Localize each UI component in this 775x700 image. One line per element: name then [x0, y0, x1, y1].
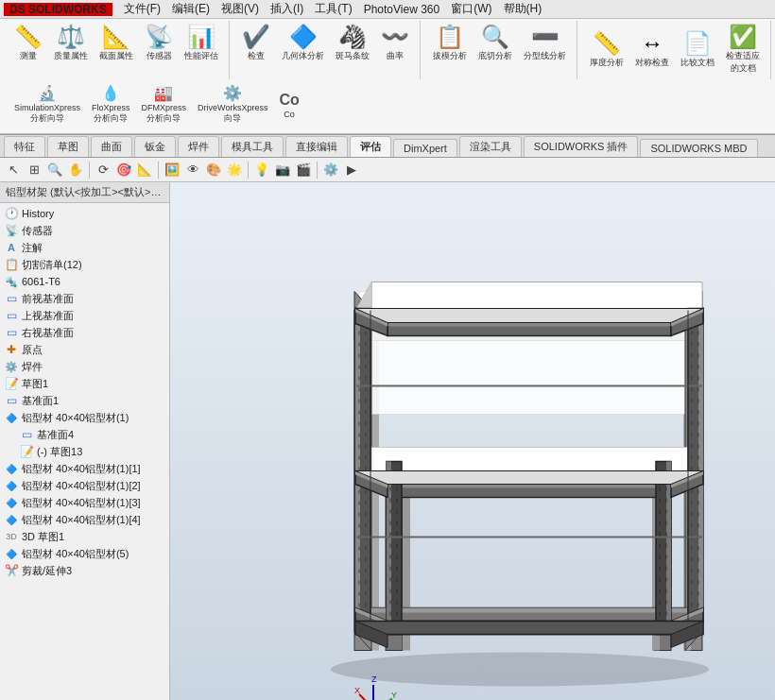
tool-settings[interactable]: ⚙️ — [321, 161, 340, 179]
tree-item-weldment[interactable]: ⚙️ 焊件 — [0, 358, 169, 375]
svg-rect-81 — [355, 622, 701, 635]
tree-item-sketch1[interactable]: 📝 草图1 — [0, 375, 169, 392]
tool-appearance[interactable]: 🎨 — [204, 161, 223, 179]
tree-item-sketch13[interactable]: 📝 (-) 草图13 — [0, 443, 169, 460]
tool-hide-show[interactable]: 👁 — [183, 161, 202, 179]
weldment-icon: ⚙️ — [4, 359, 19, 374]
tab-evaluate[interactable]: 评估 — [350, 136, 391, 157]
tab-mold-tools[interactable]: 模具工具 — [221, 136, 284, 157]
btn-co[interactable]: Co Co — [274, 90, 303, 122]
tree-item-3d-sketch1[interactable]: 3D 3D 草图1 — [0, 528, 169, 545]
ribbon-group-simulation: 🔬 SimulationXpress分析向导 💧 FloXpress分析向导 🏭… — [4, 81, 310, 129]
btn-symmetry[interactable]: ↔️ 对称检查 — [630, 29, 674, 72]
btn-mass-props[interactable]: ⚖️ 质量属性 — [49, 23, 93, 65]
tree-item-struct-member1-4[interactable]: 🔷 铝型材 40×40铝型材(1)[4] — [0, 511, 169, 528]
btn-dfm-xpress[interactable]: 🏭 DFMXpress分析向导 — [137, 83, 192, 128]
right-plane-label: 右视基准面 — [22, 326, 74, 340]
tree-item-origin[interactable]: ✚ 原点 — [0, 341, 169, 358]
tree-item-history[interactable]: 🕐 History — [0, 205, 169, 222]
btn-section-props[interactable]: 📐 截面属性 — [95, 23, 138, 65]
tab-sketch[interactable]: 草图 — [47, 136, 89, 157]
tab-sw-mbd[interactable]: SOLIDWORKS MBD — [640, 139, 757, 157]
tree-item-top-plane[interactable]: ▭ 上视基准面 — [0, 307, 169, 324]
btn-zebra[interactable]: 🦓 斑马条纹 — [331, 23, 374, 65]
btn-flow-xpress[interactable]: 💧 FloXpress分析向导 — [87, 83, 135, 128]
tree-item-struct-member1-1[interactable]: 🔷 铝型材 40×40铝型材(1)[1] — [0, 460, 169, 477]
bottom-back-beam — [356, 608, 702, 622]
menu-help[interactable]: 帮助(H) — [498, 1, 548, 17]
tree-item-plane1[interactable]: ▭ 基准面1 — [0, 392, 169, 409]
tool-zoom-fit[interactable]: ⊞ — [25, 161, 43, 179]
tab-sw-plugins[interactable]: SOLIDWORKS 插件 — [524, 136, 639, 157]
front-top-beam — [388, 323, 671, 336]
tree-item-struct-member5[interactable]: 🔷 铝型材 40×40铝型材(5) — [0, 545, 169, 562]
tree-item-trim-extend3[interactable]: ✂️ 剪裁/延伸3 — [0, 562, 169, 579]
tool-zoom-window[interactable]: 🔍 — [45, 161, 64, 179]
menu-insert[interactable]: 插入(I) — [265, 1, 309, 17]
tree-item-cut-list[interactable]: 📋 切割清单(12) — [0, 256, 169, 273]
sketch13-label: (-) 草图13 — [37, 445, 82, 459]
tool-view-orient[interactable]: 🎯 — [114, 161, 133, 179]
check-adapted-icon: ✅ — [729, 26, 757, 48]
menu-window[interactable]: 窗口(W) — [445, 1, 497, 17]
btn-curvature[interactable]: 〰️ 曲率 — [376, 23, 414, 65]
svg-text:Y: Y — [391, 691, 397, 700]
tab-surface[interactable]: 曲面 — [91, 136, 132, 157]
tab-direct-edit[interactable]: 直接编辑 — [285, 136, 348, 157]
btn-thickness[interactable]: 📏 厚度分析 — [585, 29, 629, 72]
btn-undercut[interactable]: 🔍 底切分析 — [474, 23, 517, 65]
toolbar-sep-3 — [248, 162, 249, 179]
mass-props-icon: ⚖️ — [57, 26, 85, 48]
tool-record[interactable]: 🎬 — [294, 161, 313, 179]
btn-measure[interactable]: 📏 测量 — [9, 23, 47, 65]
menu-edit[interactable]: 编辑(E) — [166, 1, 215, 17]
btn-draft-analysis[interactable]: 📋 拔模分析 — [428, 23, 472, 65]
menu-tools[interactable]: 工具(T) — [309, 1, 357, 17]
btn-check[interactable]: ✔️ 检查 — [237, 23, 275, 65]
struct-member1-2-icon: 🔷 — [4, 478, 19, 493]
viewport[interactable]: 沐风网 www.mfcad.com — [170, 182, 775, 700]
menu-file[interactable]: 文件(F) — [118, 1, 166, 17]
tool-camera[interactable]: 📷 — [273, 161, 292, 179]
tab-features[interactable]: 特征 — [4, 136, 45, 157]
btn-drive-works[interactable]: ⚙️ DriveWorksXpress向导 — [193, 83, 272, 128]
menu-view[interactable]: 视图(V) — [215, 1, 265, 17]
tool-rotate[interactable]: ⟳ — [94, 161, 112, 179]
tool-scene[interactable]: 🌟 — [225, 161, 244, 179]
btn-dfm-xpress-label: DFMXpress分析向导 — [142, 103, 187, 125]
btn-check-adapted[interactable]: ✅ 检查适应的文档 — [721, 23, 765, 77]
menu-photoview[interactable]: PhotoView 360 — [358, 3, 446, 16]
cut-list-icon: 📋 — [4, 257, 19, 272]
tab-render-tools[interactable]: 渲染工具 — [459, 136, 522, 157]
tree-item-right-plane[interactable]: ▭ 右视基准面 — [0, 324, 169, 341]
tree-item-struct-member1-3[interactable]: 🔷 铝型材 40×40铝型材(1)[3] — [0, 494, 169, 511]
material-icon: 🔩 — [4, 274, 19, 289]
tool-pointer[interactable]: ↖ — [4, 161, 23, 179]
main-area: 铝型材架 (默认<按加工><默认>_显 🕐 History 📡 传感器 A 注解… — [0, 182, 775, 700]
tool-lighting[interactable]: 💡 — [252, 161, 271, 179]
origin-label: 原点 — [22, 343, 43, 357]
tool-display-style[interactable]: 🖼️ — [163, 161, 181, 179]
tab-dimxpert[interactable]: DimXpert — [393, 139, 457, 157]
tab-weldments[interactable]: 焊件 — [178, 136, 219, 157]
tree-item-front-plane[interactable]: ▭ 前视基准面 — [0, 290, 169, 307]
svg-marker-33 — [371, 282, 702, 309]
btn-sensor[interactable]: 📡 传感器 — [140, 23, 178, 65]
tool-section-view[interactable]: 📐 — [135, 161, 154, 179]
tool-more[interactable]: ▶ — [342, 161, 361, 179]
btn-compare-doc[interactable]: 📄 比较文档 — [676, 29, 719, 72]
btn-sim-xpress[interactable]: 🔬 SimulationXpress分析向导 — [9, 83, 85, 128]
tree-item-struct-member1[interactable]: 🔷 铝型材 40×40铝型材(1) — [0, 409, 169, 426]
tab-sheet-metal[interactable]: 钣金 — [134, 136, 176, 157]
btn-parting-line[interactable]: ➖ 分型线分析 — [519, 23, 571, 65]
btn-geometry-analysis[interactable]: 🔷 几何体分析 — [277, 23, 329, 65]
tree-item-struct-member1-2[interactable]: 🔷 铝型材 40×40铝型材(1)[2] — [0, 477, 169, 494]
tree-item-sensor[interactable]: 📡 传感器 — [0, 222, 169, 239]
tree-item-material[interactable]: 🔩 6061-T6 — [0, 273, 169, 290]
feature-tree-panel: 铝型材架 (默认<按加工><默认>_显 🕐 History 📡 传感器 A 注解… — [0, 182, 170, 700]
tree-item-base-face4[interactable]: ▭ 基准面4 — [0, 426, 169, 443]
btn-perf-eval[interactable]: 📊 性能评估 — [180, 23, 223, 65]
tool-pan[interactable]: ✋ — [66, 161, 85, 179]
btn-thickness-label: 厚度分析 — [590, 57, 624, 69]
tree-item-annotation[interactable]: A 注解 — [0, 239, 169, 256]
